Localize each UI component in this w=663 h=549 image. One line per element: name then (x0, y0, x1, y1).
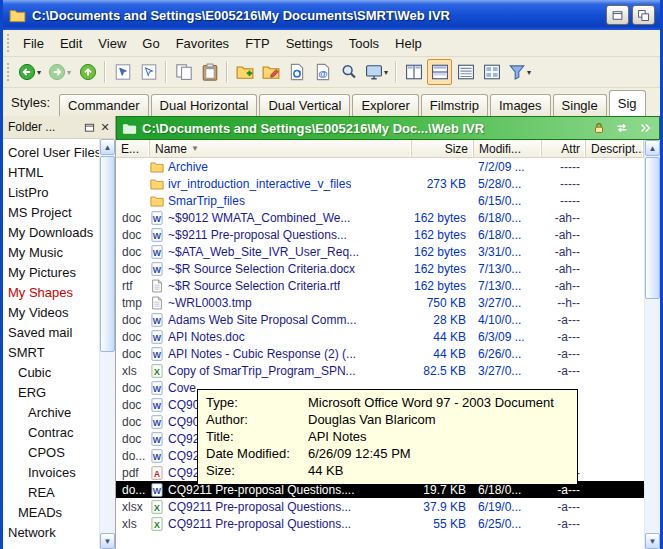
layout-button[interactable] (632, 5, 655, 25)
file-list-scrollbar[interactable]: ▲ ▼ (644, 140, 660, 549)
swap-panes-button[interactable] (613, 119, 631, 137)
scroll-track[interactable] (100, 155, 115, 533)
menu-item-tools[interactable]: Tools (341, 32, 387, 55)
up-button[interactable] (75, 59, 100, 85)
tree-item-corel-user-files[interactable]: Corel User Files (3, 143, 99, 163)
edit-folder-button[interactable] (258, 59, 283, 85)
viewer-button[interactable]: ▾ (362, 59, 391, 85)
details-view-button[interactable] (453, 59, 478, 85)
tree-item-saved-mail[interactable]: Saved mail (3, 323, 99, 343)
scroll-thumb[interactable] (645, 157, 660, 299)
file-row[interactable]: ivr_introduction_interactive_v_files273 … (116, 175, 644, 192)
thumbnails-view-button[interactable] (479, 59, 504, 85)
column-header-ext[interactable]: E... (116, 140, 150, 157)
scroll-up-button[interactable]: ▲ (645, 140, 660, 156)
tree-item-cubic[interactable]: Cubic (3, 363, 99, 383)
column-header-name[interactable]: Name ▼ (150, 140, 412, 157)
style-tab-dual-horizontal[interactable]: Dual Horizontal (151, 94, 258, 116)
expand-pane-button[interactable] (636, 119, 654, 137)
copy-button[interactable] (171, 59, 196, 85)
column-header-attr[interactable]: Attr (542, 140, 586, 157)
file-row[interactable]: xlsXCQ9211 Pre-proposal Questions...55 K… (116, 515, 644, 532)
menu-item-favorites[interactable]: Favorites (168, 32, 237, 55)
tree-item-listpro[interactable]: ListPro (3, 183, 99, 203)
file-ext: pdf (116, 466, 150, 480)
menu-item-edit[interactable]: Edit (52, 32, 90, 55)
tree-item-my-pictures[interactable]: My Pictures (3, 263, 99, 283)
scroll-track[interactable] (645, 156, 660, 533)
tree-item-my-shapes[interactable]: My Shapes (3, 283, 99, 303)
find-button[interactable] (336, 59, 361, 85)
tree-item-rea[interactable]: REA (3, 483, 99, 503)
tree-item-my-videos[interactable]: My Videos (3, 303, 99, 323)
tree-item-network[interactable]: Network (3, 523, 99, 543)
menu-item-help[interactable]: Help (387, 32, 430, 55)
scroll-up-button[interactable]: ▲ (100, 139, 115, 155)
new-folder-button[interactable] (232, 59, 257, 85)
file-size: 82.5 KB (412, 364, 474, 378)
path-bar[interactable]: C:\Documents and Settings\E005216\My Doc… (116, 116, 660, 140)
select-all-button[interactable] (110, 59, 135, 85)
style-tab-single[interactable]: Single (553, 94, 607, 116)
style-tab-dual-vertical[interactable]: Dual Vertical (259, 94, 350, 116)
file-row[interactable]: docW~$ATA_Web_Site_IVR_User_Req...162 by… (116, 243, 644, 260)
close-panel-button[interactable]: ✕ (97, 119, 113, 135)
tree-item-my-downloads[interactable]: My Downloads (3, 223, 99, 243)
dual-pane-v-button[interactable] (427, 59, 452, 85)
edit-folder-icon (262, 63, 280, 81)
select-none-button[interactable] (136, 59, 161, 85)
file-row[interactable]: docW~$R Source Selection Criteria.docx16… (116, 260, 644, 277)
column-header-modified[interactable]: Modifi... (474, 140, 542, 157)
tree-item-archive[interactable]: Archive (3, 403, 99, 423)
style-tab-filmstrip[interactable]: Filmstrip (421, 94, 488, 116)
file-row[interactable]: docW~$9012 WMATA_Combined_We...162 bytes… (116, 209, 644, 226)
file-row[interactable]: rtf~$R Source Selection Criteria.rtf162 … (116, 277, 644, 294)
menu-item-file[interactable]: File (15, 32, 52, 55)
scroll-down-button[interactable]: ▼ (100, 533, 115, 549)
lock-button[interactable] (590, 119, 608, 137)
folder-tree-scrollbar[interactable]: ▲ ▼ (99, 139, 115, 549)
tree-item-cpos[interactable]: CPOS (3, 443, 99, 463)
menu-item-view[interactable]: View (90, 32, 134, 55)
email-doc-button[interactable]: @ (310, 59, 335, 85)
tree-item-erg[interactable]: ERG (3, 383, 99, 403)
menu-item-go[interactable]: Go (134, 32, 167, 55)
menu-item-settings[interactable]: Settings (278, 32, 341, 55)
tree-item-invoices[interactable]: Invoices (3, 463, 99, 483)
tree-item-meads[interactable]: MEADs (3, 503, 99, 523)
toolbar-grip[interactable] (6, 63, 11, 81)
tree-item-ms-project[interactable]: MS Project (3, 203, 99, 223)
scroll-thumb[interactable] (100, 156, 115, 352)
file-row[interactable]: tmp~WRL0003.tmp750 KB3/27/0...--h-- (116, 294, 644, 311)
column-header-description[interactable]: Descript... (586, 140, 644, 157)
paste-button[interactable] (197, 59, 222, 85)
tree-item-my-music[interactable]: My Music (3, 243, 99, 263)
file-row[interactable]: Archive7/2/09 ...----- (116, 158, 644, 175)
file-row[interactable]: docWAPI Notes - Cubic Response (2) (...4… (116, 345, 644, 362)
file-row[interactable]: docWAdams Web Site Proposal Comm...28 KB… (116, 311, 644, 328)
file-row[interactable]: SmarTrip_files6/15/0...----- (116, 192, 644, 209)
style-tab-images[interactable]: Images (490, 94, 551, 116)
forward-button[interactable]: ▾ (45, 59, 74, 85)
file-row[interactable]: docWAPI Notes.doc44 KB6/3/09 ...-a--- (116, 328, 644, 345)
float-panel-button[interactable] (81, 119, 97, 135)
file-ext: doc (116, 313, 150, 327)
style-tab-sig[interactable]: Sig (609, 90, 646, 116)
menu-item-ftp[interactable]: FTP (237, 32, 278, 55)
tree-item-html[interactable]: HTML (3, 163, 99, 183)
style-tab-explorer[interactable]: Explorer (352, 94, 418, 116)
file-row[interactable]: docW~$9211 Pre-proposal Questions...162 … (116, 226, 644, 243)
column-header-size[interactable]: Size (412, 140, 474, 157)
style-tab-commander[interactable]: Commander (59, 94, 149, 116)
filter-button[interactable]: ▾ (505, 59, 534, 85)
file-row[interactable]: xlsXCopy of SmarTrip_Program_SPN...82.5 … (116, 362, 644, 379)
back-button[interactable]: ▾ (15, 59, 44, 85)
refresh-doc-button[interactable] (284, 59, 309, 85)
scroll-down-button[interactable]: ▼ (645, 533, 660, 549)
menu-grip[interactable] (6, 34, 11, 52)
tree-item-contrac[interactable]: Contrac (3, 423, 99, 443)
file-row[interactable]: xlsxXCQ9211 Pre-proposal Questions...37.… (116, 498, 644, 515)
undock-button[interactable] (606, 5, 629, 25)
dual-pane-h-button[interactable] (401, 59, 426, 85)
tree-item-smrt[interactable]: SMRT (3, 343, 99, 363)
